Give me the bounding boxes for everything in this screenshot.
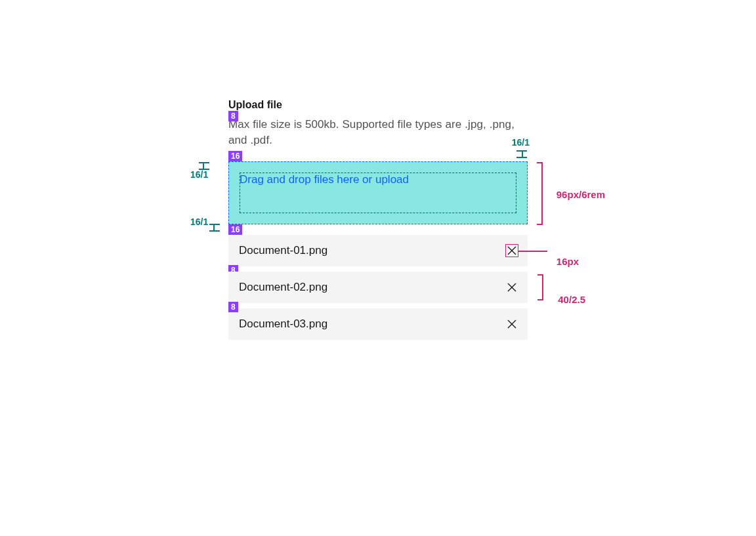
measure-pad-bottom <box>209 224 220 232</box>
bracket-file-h <box>542 274 543 300</box>
spec-pad-top-label: 16/1 <box>190 169 208 180</box>
file-row-2: Document-02.png <box>228 272 528 303</box>
file-uploader-spec: Upload file 8 Max file size is 500kb. Su… <box>228 98 528 340</box>
spec-tag-8: 8 <box>228 111 238 121</box>
spacing-8-files-1: 8 <box>228 266 528 272</box>
close-icon[interactable] <box>507 282 517 293</box>
file-name-3: Document-03.png <box>239 318 327 331</box>
file-row-3: Document-03.png <box>228 308 528 340</box>
spec-pad-right: 16/1 <box>512 137 530 148</box>
close-icon[interactable] <box>507 319 517 329</box>
uploader-description: Max file size is 500kb. Supported file t… <box>228 117 528 148</box>
file-name-2: Document-02.png <box>239 281 327 294</box>
bracket-dropzone-h <box>541 162 543 225</box>
spec-pad-bottom-label: 16/1 <box>190 216 208 227</box>
uploader-label: Upload file <box>228 98 528 112</box>
spacing-16: 16 <box>228 151 528 161</box>
dropzone-label: Drag and drop files here or upload <box>240 173 410 187</box>
spec-tag-16: 16 <box>228 151 242 161</box>
dropzone[interactable]: Drag and drop files here or upload 16/1 <box>228 161 528 224</box>
spacing-8-files-2: 8 <box>228 303 528 308</box>
spec-file-height: 40/2.5 <box>558 294 585 305</box>
spec-line-close <box>518 251 547 252</box>
spec-tag-8c: 8 <box>228 302 238 312</box>
spec-tag-16b: 16 <box>228 224 242 235</box>
spacing-16-after-drop: 16 <box>228 224 528 235</box>
spec-dropzone-height: 96px/6rem <box>556 189 605 200</box>
file-name-1: Document-01.png <box>239 244 327 257</box>
measure-pad-right <box>516 150 527 158</box>
spacing-8: 8 <box>228 112 528 117</box>
spec-close-size: 16px <box>556 256 579 267</box>
close-icon[interactable] <box>507 245 517 256</box>
file-row-1: Document-01.png <box>228 235 528 266</box>
